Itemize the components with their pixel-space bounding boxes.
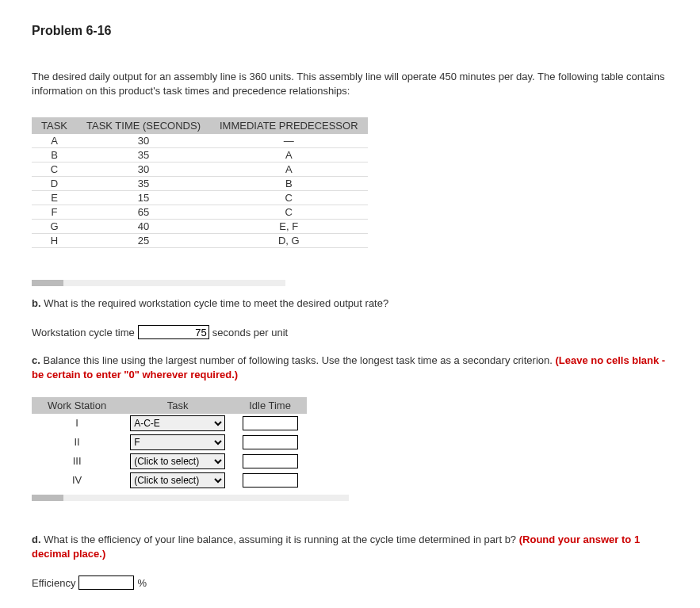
efficiency-label: Efficiency [32,577,75,589]
table-row: F65C [32,205,368,220]
part-d-text: What is the efficiency of your line bala… [44,533,516,545]
cell-task: B [32,148,77,163]
efficiency-input[interactable] [78,575,134,590]
th-wstask: Task [122,397,233,414]
cell-pred: C [210,205,368,220]
cell-pred: D, G [210,234,368,248]
table-row: C30A [32,163,368,177]
part-d-label: d. [32,533,41,545]
table-row: E15C [32,191,368,205]
cell-time: 35 [77,177,210,191]
part-c-label: c. [32,354,40,366]
part-c-text: Balance this line using the largest numb… [43,354,552,366]
cell-task: D [32,177,77,191]
cell-task: A [32,134,77,148]
workstation-table: Work Station Task Idle Time IA-C-EIIFIII… [32,397,307,490]
cell-ws: IV [32,471,122,490]
table-row: IV(Click to select) [32,471,307,490]
ws-scrollbar[interactable] [32,495,349,501]
task-time-table: TASK TASK TIME (SECONDS) IMMEDIATE PREDE… [32,117,368,248]
task-select[interactable]: A-C-E [130,415,225,431]
intro-text: The desired daily output for an assembly… [32,70,668,98]
cell-time: 40 [77,220,210,234]
cell-time: 15 [77,191,210,205]
cell-task: F [32,205,77,220]
task-select[interactable]: (Click to select) [130,453,225,469]
idle-input[interactable] [243,454,298,468]
th-idle: Idle Time [233,397,307,414]
idle-input[interactable] [243,435,298,449]
th-ws: Work Station [32,397,122,414]
table-row: B35A [32,148,368,163]
part-c-prompt: c. Balance this line using the largest n… [32,354,668,382]
task-select[interactable]: (Click to select) [130,472,225,488]
cycle-time-suffix: seconds per unit [212,327,288,338]
cycle-time-input[interactable] [138,325,209,339]
idle-input[interactable] [243,473,298,488]
part-b-text: What is the required workstation cycle t… [44,297,388,309]
th-pred: IMMEDIATE PREDECESSOR [210,117,368,134]
cell-task: C [32,163,77,177]
cell-task: H [32,234,77,248]
part-d-prompt: d. What is the efficiency of your line b… [32,533,668,561]
cell-pred: A [210,148,368,163]
cell-time: 35 [77,148,210,163]
idle-input[interactable] [243,416,298,430]
cell-time: 30 [77,134,210,148]
cell-pred: B [210,177,368,191]
table-row: III(Click to select) [32,452,307,471]
table-row: IA-C-E [32,414,307,433]
table-row: A30— [32,134,368,148]
cell-time: 25 [77,234,210,248]
table-row: D35B [32,177,368,191]
cell-time: 30 [77,163,210,177]
cell-time: 65 [77,205,210,220]
cell-ws: III [32,452,122,471]
cell-pred: A [210,163,368,177]
table-scrollbar[interactable] [32,280,285,286]
cell-pred: E, F [210,220,368,234]
cycle-time-label: Workstation cycle time [32,327,135,338]
table-row: G40E, F [32,220,368,234]
task-select[interactable]: F [130,434,225,450]
cell-pred: C [210,191,368,205]
th-task: TASK [32,117,77,134]
efficiency-suffix: % [137,577,147,589]
th-tasktime: TASK TIME (SECONDS) [77,117,210,134]
cell-task: E [32,191,77,205]
cell-pred: — [210,134,368,148]
table-row: H25D, G [32,234,368,248]
cell-task: G [32,220,77,234]
table-row: IIF [32,433,307,452]
part-b-label: b. [32,297,41,309]
part-b-prompt: b. What is the required workstation cycl… [32,296,668,311]
cell-ws: I [32,414,122,433]
page-title: Problem 6-16 [32,24,668,38]
cell-ws: II [32,433,122,452]
